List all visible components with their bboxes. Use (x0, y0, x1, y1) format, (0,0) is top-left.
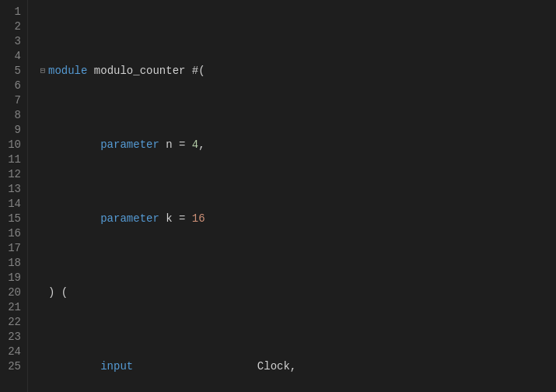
fold-icon-1[interactable]: ⊟ (37, 64, 48, 79)
code-content[interactable]: ⊟module modulo_counter #( parameter n = … (28, 0, 556, 392)
code-line-3: parameter k = 16 (37, 212, 556, 226)
code-line-1: ⊟module modulo_counter #( (37, 64, 556, 79)
code-line-5: input Clock, (37, 359, 556, 374)
code-line-4: ) ( (37, 285, 556, 300)
line-numbers: 1 2 3 4 5 6 7 8 9 10 11 12 13 14 15 16 1… (0, 0, 28, 392)
code-editor: 1 2 3 4 5 6 7 8 9 10 11 12 13 14 15 16 1… (0, 0, 556, 392)
code-line-2: parameter n = 4, (37, 138, 556, 152)
